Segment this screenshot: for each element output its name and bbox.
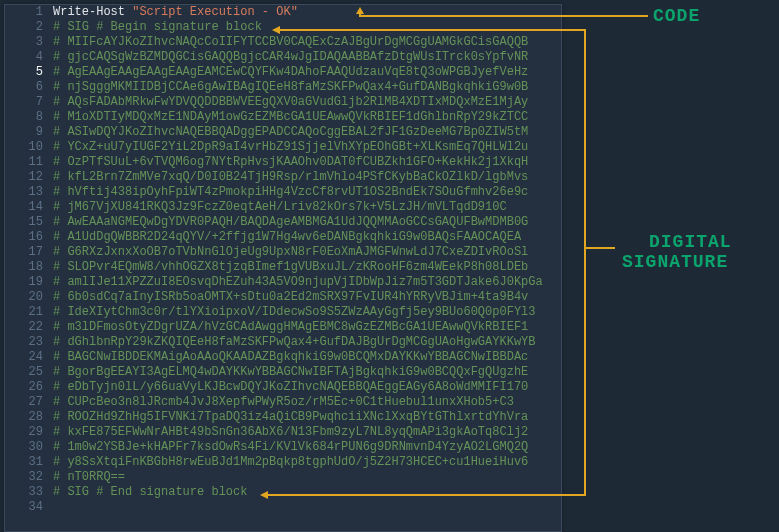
line-content: # M1oXDTIyMDQxMzE1NDAyM1owGzEZMBcGA1UEAw…: [53, 110, 561, 125]
line-number: 6: [5, 80, 53, 95]
line-number: 8: [5, 110, 53, 125]
line-content: # G6RXzJxnxXoOB7oTVbNnGlOjeUg9UpxN8rF0Eo…: [53, 245, 561, 260]
code-token: # amlIJe11XPZZuI8EOsvqDhEZuh43A5VO9njupV…: [53, 275, 543, 289]
code-line: 28# ROOZHd9ZhHg5IFVNKi7TpaDQ3iz4aQiCB9Pw…: [5, 410, 561, 425]
code-line: 1Write-Host "Script Execution - OK": [5, 5, 561, 20]
code-token: # SLOPvr4EQmW8/vhhOGZX8tjzqBImef1gVUBxuJ…: [53, 260, 528, 274]
code-token: # m3lDFmosOtyZDgrUZA/hVzGCAdAwggHMAgEBMC…: [53, 320, 528, 334]
line-number: 33: [5, 485, 53, 500]
code-token: # nT0RRQ==: [53, 470, 125, 484]
code-line: 14# jM67VjXU841RKQ3Jz9FczZ0eqtAeH/Lriv82…: [5, 200, 561, 215]
code-token: # G6RXzJxnxXoOB7oTVbNnGlOjeUg9UpxN8rF0Eo…: [53, 245, 528, 259]
line-content: # gjcCAQSgWzBZMDQGCisGAQQBgjcCAR4wJgIDAQ…: [53, 50, 561, 65]
code-token: # YCxZ+uU7yIUGF2YiL2DpR9aI4vrHbZ91SjjelV…: [53, 140, 528, 154]
code-line: 32# nT0RRQ==: [5, 470, 561, 485]
code-token: # A1UdDgQWBBR2D24qQYV/+2ffjg1W7Hg4wv6eDA…: [53, 230, 521, 244]
code-token: # njSgggMKMIIDBjCCAe6gAwIBAgIQEeH8faMzSK…: [53, 80, 528, 94]
line-number: 25: [5, 365, 53, 380]
code-line: 17# G6RXzJxnxXoOB7oTVbNnGlOjeUg9UpxN8rF0…: [5, 245, 561, 260]
line-number: 21: [5, 305, 53, 320]
line-number: 34: [5, 500, 53, 515]
line-number: 12: [5, 170, 53, 185]
line-number: 18: [5, 260, 53, 275]
code-line: 18# SLOPvr4EQmW8/vhhOGZX8tjzqBImef1gVUBx…: [5, 260, 561, 275]
code-token: # gjcCAQSgWzBZMDQGCisGAQQBgjcCAR4wJgIDAQ…: [53, 50, 528, 64]
line-content: # nT0RRQ==: [53, 470, 561, 485]
line-content: # kfL2Brn7ZmMVe7xqQ/D0I0B24TjH9Rsp/rlmVh…: [53, 170, 561, 185]
line-number: 9: [5, 125, 53, 140]
code-token: # jM67VjXU841RKQ3Jz9FczZ0eqtAeH/Lriv82kO…: [53, 200, 507, 214]
line-content: # BgorBgEEAYI3AgELMQ4wDAYKKwYBBAGCNwIBFT…: [53, 365, 561, 380]
code-line: 11# OzPTfSUuL+6vTVQM6og7NYtRpHvsjKAAOhv0…: [5, 155, 561, 170]
code-token: # AQsFADAbMRkwFwYDVQQDDBBWVEEgQXV0aGVudG…: [53, 95, 528, 109]
line-number: 13: [5, 185, 53, 200]
code-token: # BAGCNwIBDDEKMAigAoAAoQKAADAZBgkqhkiG9w…: [53, 350, 528, 364]
line-number: 32: [5, 470, 53, 485]
code-line: 5# AgEAAgEAAgEAAgEAAgEAMCEwCQYFKw4DAhoFA…: [5, 65, 561, 80]
line-content: # AwEAAaNGMEQwDgYDVR0PAQH/BAQDAgeAMBMGA1…: [53, 215, 561, 230]
line-content: # ASIwDQYJKoZIhvcNAQEBBQADggEPADCCAQoCgg…: [53, 125, 561, 140]
line-number: 26: [5, 380, 53, 395]
code-line: 30# 1m0w2YSBJe+kHAPFr7ksdOwRs4Fi/KVlVk68…: [5, 440, 561, 455]
signature-annotation-label-line2: SIGNATURE: [622, 252, 728, 272]
line-number: 23: [5, 335, 53, 350]
code-token: Write-Host: [53, 5, 125, 19]
code-line: 20# 6b0sdCq7aInyISRb5oaOMTX+sDtu0a2Ed2mS…: [5, 290, 561, 305]
line-content: # jM67VjXU841RKQ3Jz9FczZ0eqtAeH/Lriv82kO…: [53, 200, 561, 215]
code-token: # kxFE875EFWwNrAHBt49bSnGn36AbX6/N13Fbm9…: [53, 425, 528, 439]
line-content: # ROOZHd9ZhHg5IFVNKi7TpaDQ3iz4aQiCB9Pwqh…: [53, 410, 561, 425]
code-line: 13# hVftij438ipOyhFpiWT4zPmokpiHHg4VzcCf…: [5, 185, 561, 200]
code-line: 12# kfL2Brn7ZmMVe7xqQ/D0I0B24TjH9Rsp/rlm…: [5, 170, 561, 185]
code-line: 15# AwEAAaNGMEQwDgYDVR0PAQH/BAQDAgeAMBMG…: [5, 215, 561, 230]
line-number: 16: [5, 230, 53, 245]
code-line: 16# A1UdDgQWBBR2D24qQYV/+2ffjg1W7Hg4wv6e…: [5, 230, 561, 245]
code-line: 31# y8SsXtqiFnKBGbH8rwEuBJd1Mm2pBqkp8tgp…: [5, 455, 561, 470]
line-content: # eDbTyjn0lL/y66uaVyLKJBcwDQYJKoZIhvcNAQ…: [53, 380, 561, 395]
line-number: 24: [5, 350, 53, 365]
code-line: 9# ASIwDQYJKoZIhvcNAQEBBQADggEPADCCAQoCg…: [5, 125, 561, 140]
line-content: # y8SsXtqiFnKBGbH8rwEuBJd1Mm2pBqkp8tgphU…: [53, 455, 561, 470]
code-token: # hVftij438ipOyhFpiWT4zPmokpiHHg4VzcCf8r…: [53, 185, 528, 199]
code-token: # CUPcBeo3n8lJRcmb4JvJ8XepfwPWyR5oz/rM5E…: [53, 395, 514, 409]
line-number: 30: [5, 440, 53, 455]
code-token: # 6b0sdCq7aInyISRb5oaOMTX+sDtu0a2Ed2mSRX…: [53, 290, 528, 304]
signature-annotation-label-line1: DIGITAL: [649, 232, 732, 252]
code-line: 25# BgorBgEEAYI3AgELMQ4wDAYKKwYBBAGCNwIB…: [5, 365, 561, 380]
code-line: 7# AQsFADAbMRkwFwYDVQQDDBBWVEEgQXV0aGVud…: [5, 95, 561, 110]
line-content: [53, 500, 561, 515]
line-content: # YCxZ+uU7yIUGF2YiL2DpR9aI4vrHbZ91SjjelV…: [53, 140, 561, 155]
code-token: # MIIFcAYJKoZIhvcNAQcCoIIFYTCCBV0CAQExCz…: [53, 35, 528, 49]
code-line: 34: [5, 500, 561, 515]
code-line: 4# gjcCAQSgWzBZMDQGCisGAQQBgjcCAR4wJgIDA…: [5, 50, 561, 65]
code-token: # IdeXIytChm3c0r/tlYXioipxoV/IDdecwSo9S5…: [53, 305, 535, 319]
line-number: 11: [5, 155, 53, 170]
line-content: # MIIFcAYJKoZIhvcNAQcCoIIFYTCCBV0CAQExCz…: [53, 35, 561, 50]
code-token: # ASIwDQYJKoZIhvcNAQEBBQADggEPADCCAQoCgg…: [53, 125, 528, 139]
code-annotation-label: CODE: [653, 6, 700, 26]
line-content: # amlIJe11XPZZuI8EOsvqDhEZuh43A5VO9njupV…: [53, 275, 561, 290]
line-number: 15: [5, 215, 53, 230]
line-number: 14: [5, 200, 53, 215]
line-content: # IdeXIytChm3c0r/tlYXioipxoV/IDdecwSo9S5…: [53, 305, 561, 320]
line-number: 7: [5, 95, 53, 110]
line-content: # OzPTfSUuL+6vTVQM6og7NYtRpHvsjKAAOhv0DA…: [53, 155, 561, 170]
code-line: 33# SIG # End signature block: [5, 485, 561, 500]
code-line: 10# YCxZ+uU7yIUGF2YiL2DpR9aI4vrHbZ91Sjje…: [5, 140, 561, 155]
code-token: # M1oXDTIyMDQxMzE1NDAyM1owGzEZMBcGA1UEAw…: [53, 110, 528, 124]
line-number: 5: [5, 65, 53, 80]
line-number: 28: [5, 410, 53, 425]
code-line: 2# SIG # Begin signature block: [5, 20, 561, 35]
code-line: 27# CUPcBeo3n8lJRcmb4JvJ8XepfwPWyR5oz/rM…: [5, 395, 561, 410]
code-line: 29# kxFE875EFWwNrAHBt49bSnGn36AbX6/N13Fb…: [5, 425, 561, 440]
code-token: # OzPTfSUuL+6vTVQM6og7NYtRpHvsjKAAOhv0DA…: [53, 155, 528, 169]
line-content: # dGhlbnRpY29kZKQIQEeH8faMzSKFPwQax4+Guf…: [53, 335, 561, 350]
line-content: Write-Host "Script Execution - OK": [53, 5, 561, 20]
code-token: # dGhlbnRpY29kZKQIQEeH8faMzSKFPwQax4+Guf…: [53, 335, 535, 349]
code-editor: 1Write-Host "Script Execution - OK"2# SI…: [4, 4, 562, 532]
code-line: 3# MIIFcAYJKoZIhvcNAQcCoIIFYTCCBV0CAQExC…: [5, 35, 561, 50]
line-number: 19: [5, 275, 53, 290]
code-token: # SIG # Begin signature block: [53, 20, 262, 34]
line-content: # AQsFADAbMRkwFwYDVQQDDBBWVEEgQXV0aGVudG…: [53, 95, 561, 110]
line-number: 10: [5, 140, 53, 155]
code-token: # kfL2Brn7ZmMVe7xqQ/D0I0B24TjH9Rsp/rlmVh…: [53, 170, 528, 184]
